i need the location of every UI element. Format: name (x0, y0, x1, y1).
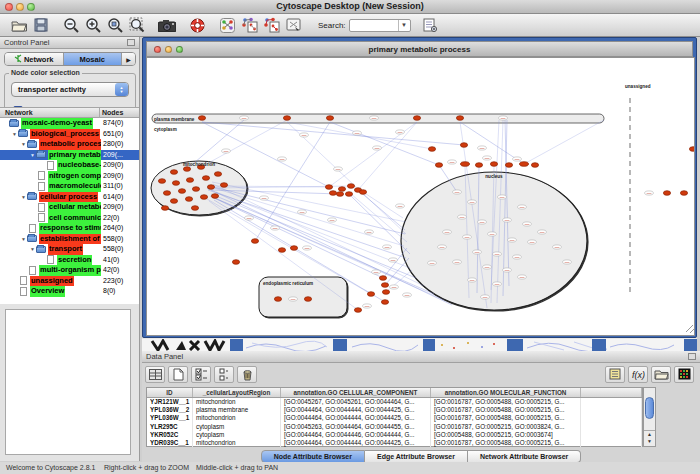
tab-overflow-arrow-icon[interactable]: ▶ (122, 53, 135, 65)
network-node-small[interactable] (353, 131, 362, 135)
network-node-small[interactable] (538, 230, 547, 234)
network-node[interactable] (367, 292, 374, 297)
network-node-small[interactable] (503, 218, 512, 222)
network-node-small[interactable] (513, 157, 522, 161)
network-node-small[interactable] (453, 260, 462, 264)
search-input[interactable]: ▼ (349, 19, 411, 32)
network-node-small[interactable] (396, 130, 405, 134)
network-node[interactable] (338, 187, 345, 192)
network-node-small[interactable] (453, 190, 462, 194)
network-node[interactable] (191, 206, 198, 211)
table-scrollbar[interactable]: ▲▼ (643, 387, 656, 447)
network-node[interactable] (158, 179, 165, 184)
network-node[interactable] (192, 187, 199, 192)
network-node[interactable] (232, 260, 239, 265)
network-node[interactable] (172, 181, 179, 186)
network-node[interactable] (689, 147, 694, 152)
scrollbar-arrows[interactable]: ▲▼ (644, 430, 655, 446)
scrollbar-thumb[interactable] (645, 397, 654, 419)
network-node-small[interactable] (498, 195, 507, 199)
window-titlebar[interactable]: Cytoscape Desktop (New Session) (0, 0, 700, 14)
new-network-from-selected-edges-icon[interactable] (260, 15, 282, 35)
network-node-small[interactable] (271, 226, 280, 230)
network-node[interactable] (211, 194, 218, 199)
network-node-small[interactable] (499, 116, 508, 120)
select-attributes-icon[interactable] (191, 366, 211, 383)
network-node[interactable] (379, 276, 386, 281)
network-node-small[interactable] (390, 285, 399, 289)
tree-row-cell-communicat[interactable]: cell communicat22(0) (0, 213, 139, 224)
import-attributes-icon[interactable] (419, 15, 441, 35)
function-builder-icon[interactable]: f(x) (628, 366, 648, 383)
tree-row-mosaic-demo-yeast[interactable]: mosaic-demo-yeast874(0) (0, 118, 139, 129)
network-node-small[interactable] (463, 235, 472, 239)
table-row[interactable]: YKR052Ccytoplasm[GO:0044464, GO:0044446,… (147, 431, 642, 439)
network-node-small[interactable] (553, 245, 562, 249)
network-node[interactable] (185, 197, 192, 202)
table-row[interactable]: YPL036W__2plasma membrane[GO:0044464, GO… (147, 406, 642, 414)
network-node[interactable] (347, 184, 354, 189)
network-window-titlebar[interactable]: primary metabolic process (146, 41, 693, 57)
tree-row-transport[interactable]: ▼transport558(0) (0, 244, 139, 255)
network-node-small[interactable] (483, 156, 492, 160)
network-node[interactable] (326, 116, 333, 121)
tree-expander-icon[interactable]: ▼ (29, 244, 36, 255)
network-node[interactable] (251, 239, 258, 244)
network-node-small[interactable] (508, 238, 517, 242)
network-node-small[interactable] (528, 240, 537, 244)
network-node-small[interactable] (518, 275, 527, 279)
network-node[interactable] (325, 185, 332, 190)
tree-row-nucleobase-[interactable]: nucleobase-209(0) (0, 160, 139, 171)
network-node[interactable] (283, 116, 290, 121)
network-node-small[interactable] (428, 261, 437, 265)
network-node-small[interactable] (443, 230, 452, 234)
network-node-small[interactable] (483, 265, 492, 269)
network-node-small[interactable] (328, 218, 337, 222)
network-node[interactable] (329, 191, 336, 196)
float-panel-icon[interactable] (127, 39, 135, 46)
tree-row-secretion[interactable]: secretion41(0) (0, 255, 139, 266)
column-header[interactable]: annotation.GO MOLECULAR_FUNCTION (431, 388, 581, 397)
tree-expander-icon[interactable]: ▼ (11, 129, 18, 140)
tree-row-cellular-metabo[interactable]: cellular metabo209(0) (0, 202, 139, 213)
zoom-in-icon[interactable] (82, 15, 104, 35)
resize-grip-icon[interactable] (686, 325, 694, 333)
table-row[interactable]: YLR295Ccytoplasm[GO:0045263, GO:0044464,… (147, 423, 642, 431)
table-row[interactable]: YPL036W__1mitochondrion[GO:0044464, GO:0… (147, 414, 642, 422)
new-network-from-selected-nodes-icon[interactable] (238, 15, 260, 35)
network-node-small[interactable] (523, 222, 532, 226)
search-dropdown-icon[interactable]: ▼ (398, 20, 410, 31)
network-node-small[interactable] (481, 295, 490, 299)
tree-row-cellular-process[interactable]: ▼cellular process614(0) (0, 192, 139, 203)
network-node[interactable] (207, 185, 214, 190)
network-node[interactable] (170, 199, 177, 204)
network-node[interactable] (460, 143, 467, 148)
network-node[interactable] (274, 297, 281, 302)
network-node[interactable] (200, 195, 207, 200)
network-node-small[interactable] (468, 200, 477, 204)
zoom-out-icon[interactable] (60, 15, 82, 35)
network-node[interactable] (170, 170, 177, 175)
tree-row-macromolecule[interactable]: macromolecule311(0) (0, 181, 139, 192)
network-node-small[interactable] (403, 293, 412, 297)
network-node-small[interactable] (563, 260, 572, 264)
new-attribute-icon[interactable] (168, 366, 188, 383)
network-node[interactable] (336, 192, 343, 197)
network-node-small[interactable] (389, 258, 398, 262)
tree-row-primary-metabo[interactable]: ▼primary metabo209(... (0, 150, 139, 161)
tab-mosaic[interactable]: Mosaic (64, 53, 123, 65)
network-node-small[interactable] (240, 116, 249, 120)
network-node-small[interactable] (373, 146, 382, 150)
network-node-small[interactable] (513, 255, 522, 259)
network-node[interactable] (161, 206, 168, 211)
network-node-small[interactable] (365, 230, 374, 234)
tree-expander-icon[interactable]: ▼ (20, 139, 27, 150)
attribute-list-icon[interactable] (605, 366, 625, 383)
network-node-small[interactable] (448, 160, 457, 164)
network-node-small[interactable] (370, 116, 379, 120)
snapshot-icon[interactable] (156, 15, 178, 35)
network-node[interactable] (198, 116, 205, 121)
network-node[interactable] (304, 297, 311, 302)
network-node[interactable] (520, 162, 529, 167)
network-node-small[interactable] (383, 245, 392, 249)
